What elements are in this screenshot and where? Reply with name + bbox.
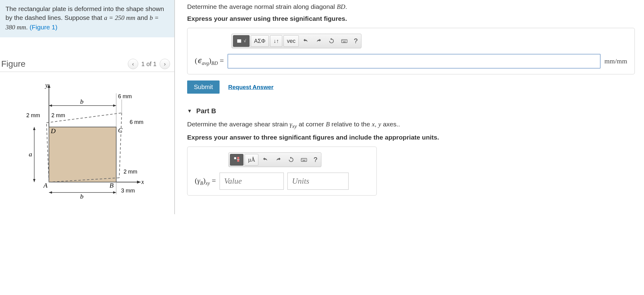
partA-answer-label: (ϵavg)BD = [195, 56, 224, 66]
figure-prev-button[interactable]: ‹ [128, 59, 138, 69]
svg-rect-22 [342, 39, 347, 43]
partA-prompt: Determine the average normal strain alon… [187, 3, 635, 11]
svg-rect-23 [342, 40, 343, 41]
axis-x-label: x [141, 178, 144, 185]
partA-answer-box: √ ΑΣΦ ↓↑ vec ? (ϵavg) [187, 28, 635, 74]
partB-value-input[interactable] [220, 173, 284, 190]
partB-title: Part B [196, 107, 216, 115]
partB-reset-button[interactable] [285, 154, 297, 166]
svg-rect-27 [343, 42, 346, 42]
svg-marker-10 [33, 127, 35, 130]
vertex-B: B [109, 181, 113, 189]
param-a: a = 250 mm [104, 14, 135, 21]
svg-line-6 [119, 113, 122, 178]
dim-b-bottom: b [80, 192, 83, 200]
partA-toolbar: √ ΑΣΦ ↓↑ vec ? [231, 34, 361, 48]
partB-answer-box: µÅ ? (γB)xy = [187, 147, 377, 196]
dim-3mm: 3 mm [121, 188, 135, 194]
partB-prompt: Determine the average shear strain γxy a… [187, 121, 635, 129]
redo-icon [315, 38, 322, 44]
partA-prompt-1: Determine the average normal strain alon… [187, 3, 337, 10]
figure-title: Figure [1, 59, 25, 69]
svg-rect-26 [346, 40, 346, 41]
keyboard-icon [341, 38, 348, 44]
partB-keyboard-button[interactable] [298, 154, 310, 166]
dim-2mm-top: 2 mm [51, 112, 65, 118]
svg-marker-16 [49, 191, 52, 194]
dim-2mm-left: 2 mm [26, 112, 40, 118]
problem-text-3: . [26, 24, 30, 31]
vertex-A: A [43, 181, 48, 189]
svg-rect-28 [234, 157, 236, 159]
reset-icon [288, 156, 294, 163]
figure-link[interactable]: (Figure 1) [30, 24, 57, 31]
partB-hint: Express your answer to three significant… [187, 134, 635, 141]
undo-button[interactable] [300, 35, 312, 47]
figure-image: y x A B C D [0, 72, 174, 214]
vertex-D: D [50, 127, 56, 135]
partB-header[interactable]: ▼ Part B [187, 107, 635, 115]
svg-rect-21 [237, 39, 241, 43]
partA-prompt-math: BD [337, 3, 345, 10]
reset-button[interactable] [326, 35, 337, 47]
svg-rect-32 [301, 159, 307, 162]
dim-a: a [29, 150, 32, 158]
partA-unit: mm/mm [604, 57, 627, 65]
svg-rect-24 [343, 40, 344, 41]
axis-y-label: y [45, 82, 48, 89]
svg-rect-37 [303, 160, 305, 161]
figure-next-button[interactable]: › [160, 59, 170, 69]
units-symbols-button[interactable]: µÅ [245, 154, 258, 166]
partB-answer-label: (γB)xy = [195, 177, 216, 186]
partA-submit-button[interactable]: Submit [187, 80, 220, 94]
redo-icon [275, 156, 282, 163]
partB-toolbar: µÅ ? [228, 152, 321, 167]
svg-marker-3 [137, 181, 141, 184]
svg-rect-33 [302, 159, 302, 159]
partA-hint: Express your answer using three signific… [187, 15, 635, 22]
svg-marker-13 [49, 104, 52, 107]
svg-rect-36 [305, 159, 306, 159]
problem-statement: The rectangular plate is deformed into t… [0, 0, 174, 37]
partA-prompt-2: . [345, 3, 347, 10]
svg-rect-35 [304, 159, 305, 159]
partB-help-button[interactable]: ? [311, 154, 320, 166]
dim-6mm-top: 6 mm [118, 93, 132, 99]
subsup-button[interactable]: ↓↑ [270, 35, 282, 47]
template-button[interactable]: √ [233, 35, 250, 47]
greek-button[interactable]: ΑΣΦ [251, 35, 269, 47]
svg-rect-4 [49, 127, 116, 182]
svg-rect-29 [237, 157, 239, 159]
reset-icon [328, 38, 335, 44]
rect-icon [236, 38, 243, 44]
partB-units-input[interactable] [287, 173, 349, 190]
partA-request-answer-link[interactable]: Request Answer [228, 84, 273, 91]
svg-rect-25 [344, 40, 345, 41]
problem-text-2: and [135, 14, 150, 21]
help-button[interactable]: ? [351, 35, 360, 47]
keyboard-button[interactable] [339, 35, 350, 47]
partA-answer-input[interactable] [228, 54, 601, 69]
vertex-C: C [118, 126, 123, 134]
partB-undo-button[interactable] [260, 154, 271, 166]
undo-icon [302, 38, 309, 44]
svg-marker-11 [33, 179, 35, 182]
partB-redo-button[interactable] [272, 154, 284, 166]
svg-marker-14 [113, 104, 116, 107]
caret-down-icon: ▼ [187, 108, 192, 114]
svg-marker-17 [113, 191, 116, 194]
figure-nav: ‹ 1 of 1 › [128, 59, 170, 69]
redo-button[interactable] [313, 35, 324, 47]
vec-button[interactable]: vec [283, 35, 299, 47]
fraction-icon [233, 156, 240, 163]
undo-icon [262, 156, 269, 163]
svg-rect-34 [303, 159, 304, 159]
svg-line-8 [46, 123, 49, 182]
dim-b-top: b [80, 98, 83, 105]
fraction-button[interactable] [230, 154, 243, 166]
dim-6mm-right: 6 mm [130, 119, 143, 125]
keyboard-icon [301, 156, 307, 163]
figure-count: 1 of 1 [141, 61, 157, 68]
dim-2mm-right: 2 mm [124, 169, 137, 175]
svg-rect-30 [237, 160, 239, 162]
